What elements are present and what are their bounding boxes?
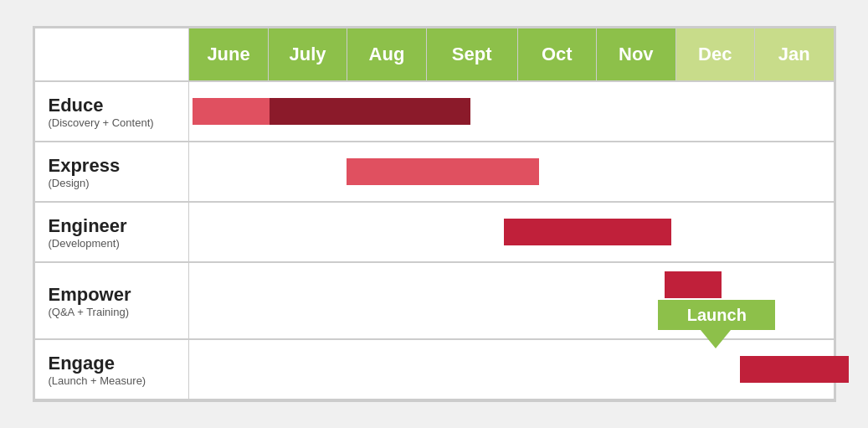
row-engineer: Engineer (Development) <box>34 202 834 262</box>
engineer-bar <box>504 219 671 245</box>
timeline-engineer <box>189 202 834 262</box>
header-empty <box>34 28 189 82</box>
header-row: June July Aug Sept Oct Nov Dec Jan <box>34 28 834 82</box>
launch-callout: Launch <box>658 300 775 330</box>
engage-bar <box>740 356 849 383</box>
phase-label-express: Express (Design) <box>34 142 189 202</box>
phase-label-engineer: Engineer (Development) <box>34 202 189 262</box>
timeline-engage <box>189 339 834 400</box>
row-empower: Empower (Q&A + Training) Launch <box>34 262 834 339</box>
gantt-chart: June July Aug Sept Oct Nov Dec Jan Educe… <box>33 26 836 402</box>
header-aug: Aug <box>347 28 426 82</box>
express-bar <box>347 158 539 185</box>
header-jan: Jan <box>754 28 834 82</box>
timeline-educe <box>189 81 834 142</box>
educe-bar-dark <box>270 98 470 125</box>
phase-label-engage: Engage (Launch + Measure) <box>34 339 189 400</box>
launch-arrow <box>701 330 731 348</box>
row-educe: Educe (Discovery + Content) <box>34 81 834 142</box>
header-oct: Oct <box>517 28 596 82</box>
timeline-express <box>189 142 834 202</box>
header-june: June <box>189 28 268 82</box>
phase-label-educe: Educe (Discovery + Content) <box>34 81 189 142</box>
header-sept: Sept <box>426 28 517 82</box>
empower-bar <box>665 271 722 298</box>
timeline-empower: Launch <box>189 262 834 339</box>
phase-label-empower: Empower (Q&A + Training) <box>34 262 189 339</box>
header-nov: Nov <box>597 28 675 82</box>
header-july: July <box>268 28 347 82</box>
row-express: Express (Design) <box>34 142 834 202</box>
header-dec: Dec <box>675 28 754 82</box>
